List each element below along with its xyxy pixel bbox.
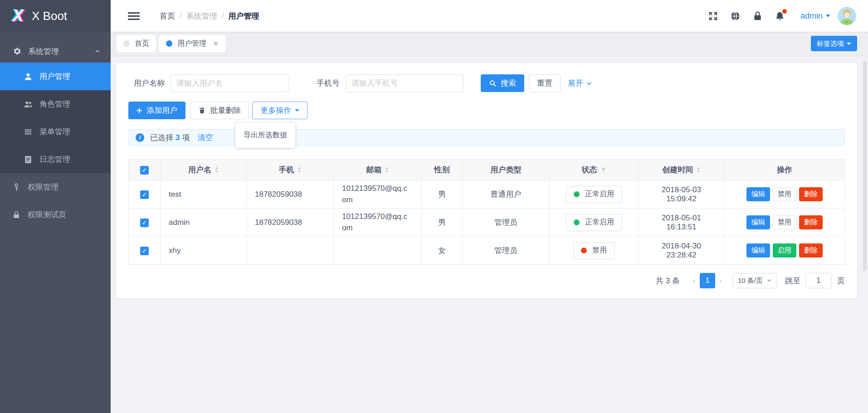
column-header-gender: 性别 [422, 160, 463, 180]
row-action-button[interactable]: 删除 [799, 243, 823, 258]
tags-options-button[interactable]: 标签选项 [811, 36, 857, 51]
cell-phone: 18782059038 [247, 209, 334, 237]
row-action-button[interactable]: 启用 [773, 243, 796, 258]
jump-label: 跳至 [785, 276, 800, 286]
sort-icon[interactable]: ▲▼ [385, 166, 389, 173]
cell-created-time: 2018-04-30 23:28:42 [639, 237, 725, 265]
select-all-checkbox[interactable]: ✓ [140, 166, 149, 175]
username-input[interactable] [171, 74, 288, 92]
clear-selection-link[interactable]: 清空 [197, 132, 213, 143]
app-root: X X Boot 系统管理 用户管理 角色管理 [0, 0, 868, 413]
more-actions-label: 更多操作 [260, 105, 291, 116]
page-size-select[interactable]: 10 条/页 [732, 273, 777, 288]
row-action-button[interactable]: 删除 [799, 187, 823, 201]
breadcrumb-home[interactable]: 首页 [160, 11, 175, 21]
expand-link-label: 展开 [568, 78, 583, 88]
globe-icon[interactable] [730, 11, 741, 21]
more-actions-dropdown: 导出所选数据 [235, 123, 295, 148]
sidebar-item-permission-test[interactable]: 权限测试页 [0, 201, 111, 228]
tag-home[interactable]: 首页 [117, 35, 156, 52]
table-row: ✓admin187820590381012139570@qq.com男管理员正常… [129, 209, 845, 237]
selection-text-before: 已选择 [150, 132, 173, 143]
chevron-down-icon [767, 280, 771, 282]
users-icon [24, 100, 33, 109]
cell-actions: 编辑禁用删除 [725, 180, 845, 209]
chevron-right-icon[interactable]: › [719, 276, 722, 286]
tag-user-management[interactable]: 用户管理 ✕ [159, 35, 225, 52]
column-header-created[interactable]: 创建时间▲▼ [639, 160, 725, 180]
row-action-button[interactable]: 禁用 [773, 215, 796, 229]
expand-link[interactable]: 展开 [568, 78, 592, 88]
sidebar-item-role-management[interactable]: 角色管理 [0, 90, 111, 118]
sidebar-item-permission-management[interactable]: 权限管理 [0, 173, 111, 201]
sidebar-item-user-management[interactable]: 用户管理 [0, 63, 111, 90]
menu-list-icon [24, 127, 33, 136]
row-checkbox[interactable]: ✓ [140, 219, 149, 227]
row-action-button[interactable]: 编辑 [746, 215, 770, 229]
reset-button[interactable]: 重置 [529, 74, 561, 92]
tags-bar: 首页 用户管理 ✕ 标签选项 [111, 32, 868, 55]
row-checkbox[interactable]: ✓ [140, 190, 149, 199]
bell-icon[interactable] [775, 11, 785, 21]
status-badge: 禁用 [573, 242, 614, 259]
page-number-button[interactable]: 1 [700, 273, 715, 288]
dropdown-item-export[interactable]: 导出所选数据 [235, 126, 295, 145]
jump-page-input[interactable] [805, 273, 832, 288]
cell-user-type: 普通用户 [463, 180, 550, 209]
breadcrumb-separator: / [222, 11, 224, 20]
sidebar-submenu: 用户管理 角色管理 菜单管理 日志管理 [0, 63, 111, 173]
reset-button-label: 重置 [537, 78, 552, 88]
sort-icon[interactable]: ▲▼ [215, 166, 219, 173]
search-button[interactable]: 搜索 [481, 74, 524, 92]
column-header-email[interactable]: 邮箱▲▼ [334, 160, 422, 180]
breadcrumb-system[interactable]: 系统管理 [186, 11, 217, 21]
scrollbar-thumb[interactable] [863, 61, 867, 271]
hamburger-menu-icon[interactable] [128, 10, 140, 22]
sidebar-group-label: 系统管理 [28, 46, 92, 57]
sidebar-item-menu-management[interactable]: 菜单管理 [0, 118, 111, 146]
selection-text-after: 项 [182, 132, 190, 143]
cell-created-time: 2018-05-01 16:13:51 [639, 209, 725, 237]
column-header-phone[interactable]: 手机▲▼ [247, 160, 334, 180]
row-action-button[interactable]: 禁用 [773, 187, 796, 201]
plus-icon: + [137, 106, 142, 115]
column-header-username[interactable]: 用户名▲▼ [161, 160, 247, 180]
cell-created-time: 2018-05-03 15:09:42 [639, 180, 725, 209]
cell-username: test [161, 180, 247, 209]
status-label: 禁用 [592, 246, 607, 255]
close-icon[interactable]: ✕ [213, 39, 219, 48]
filter-funnel-icon[interactable] [600, 167, 606, 173]
status-dot-icon [574, 191, 580, 197]
chevron-left-icon[interactable]: ‹ [693, 276, 696, 286]
fullscreen-icon[interactable] [708, 11, 718, 21]
avatar[interactable] [838, 7, 856, 25]
lock-icon[interactable] [752, 11, 763, 21]
sidebar-item-label: 角色管理 [39, 99, 70, 109]
status-dot-icon [574, 219, 580, 225]
row-checkbox[interactable]: ✓ [140, 247, 149, 255]
sidebar-item-label: 权限测试页 [28, 209, 66, 220]
row-action-button[interactable]: 编辑 [746, 243, 770, 258]
breadcrumb-separator: / [180, 11, 182, 20]
tag-label: 用户管理 [177, 39, 206, 49]
column-header-status[interactable]: 状态 [550, 160, 639, 180]
batch-delete-button[interactable]: 批量删除 [190, 102, 249, 119]
row-action-button[interactable]: 编辑 [746, 187, 770, 201]
sort-icon[interactable]: ▲▼ [697, 166, 701, 173]
more-actions-button[interactable]: 更多操作 [252, 102, 307, 119]
sort-icon[interactable]: ▲▼ [297, 166, 302, 173]
row-action-button[interactable]: 删除 [799, 215, 823, 229]
notification-badge [782, 9, 787, 14]
add-user-button[interactable]: + 添加用户 [128, 102, 185, 119]
cell-username: admin [161, 209, 247, 237]
search-icon [489, 79, 497, 87]
phone-input[interactable] [346, 74, 463, 92]
page-suffix-label: 页 [837, 276, 845, 286]
lock-icon [12, 210, 21, 219]
sidebar-item-log-management[interactable]: 日志管理 [0, 146, 111, 173]
sidebar-group-system[interactable]: 系统管理 [0, 40, 111, 63]
logo-text: X Boot [32, 9, 67, 23]
cell-status: 禁用 [550, 237, 639, 265]
user-menu[interactable]: admin [800, 11, 830, 21]
cell-phone [247, 237, 334, 265]
